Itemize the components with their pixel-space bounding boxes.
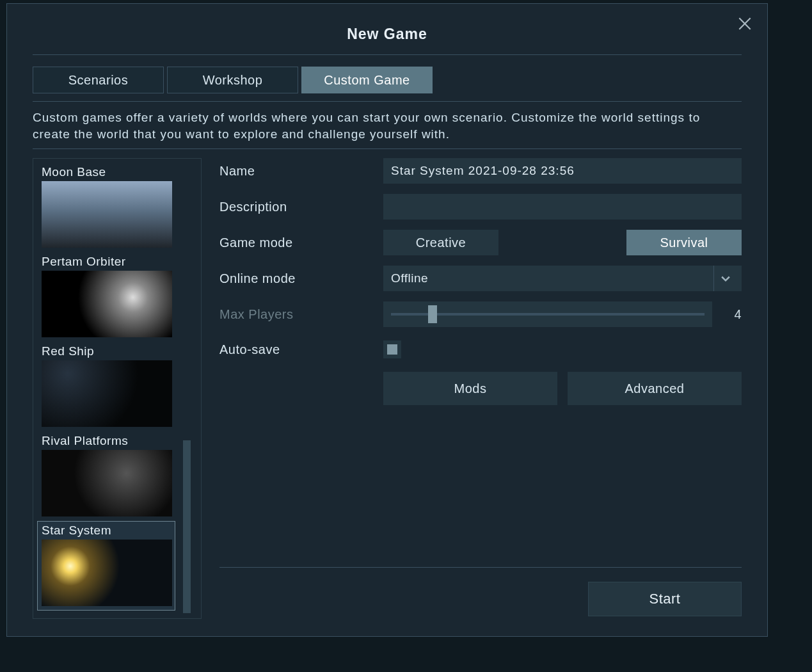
mods-button[interactable]: Mods (383, 372, 557, 405)
advanced-button[interactable]: Advanced (568, 372, 742, 405)
dialog-title: New Game (33, 17, 742, 54)
online-mode-select[interactable]: Offline (383, 266, 742, 291)
world-item-star-system[interactable]: Star System (37, 521, 175, 611)
world-item-thumbnail (42, 360, 172, 427)
divider (33, 101, 742, 102)
world-item-label: Star System (42, 524, 171, 540)
description-input[interactable] (383, 194, 742, 220)
world-list: Moon Base Pertam Orbiter Red Ship Rival … (33, 158, 202, 619)
world-item-rival-platforms[interactable]: Rival Platforms (37, 431, 175, 521)
close-button[interactable] (736, 15, 753, 32)
scrollbar[interactable] (179, 159, 195, 618)
world-item-thumbnail (42, 450, 172, 516)
world-item-pertam-orbiter[interactable]: Pertam Orbiter (37, 252, 175, 342)
auto-save-checkbox[interactable] (383, 340, 401, 358)
name-input[interactable] (383, 158, 742, 184)
auto-save-label: Auto-save (219, 342, 383, 357)
content-area: Moon Base Pertam Orbiter Red Ship Rival … (33, 158, 742, 619)
start-button[interactable]: Start (588, 582, 742, 616)
close-icon (736, 15, 753, 32)
online-mode-label: Online mode (219, 271, 383, 286)
tabs: Scenarios Workshop Custom Game (33, 67, 742, 93)
world-item-red-ship[interactable]: Red Ship (37, 342, 175, 431)
divider (33, 148, 742, 149)
world-item-label: Moon Base (42, 165, 171, 181)
max-players-label: Max Players (219, 307, 383, 322)
divider (219, 567, 742, 568)
world-item-thumbnail (42, 181, 172, 248)
survival-button[interactable]: Survival (626, 230, 742, 255)
game-mode-label: Game mode (219, 236, 383, 250)
divider (33, 54, 742, 55)
world-list-viewport: Moon Base Pertam Orbiter Red Ship Rival … (33, 159, 179, 618)
settings-form: Name Description Game mode Creative Surv… (219, 158, 742, 619)
slider-track (391, 313, 705, 316)
scrollbar-thumb[interactable] (183, 440, 191, 613)
description-label: Description (219, 200, 383, 214)
chevron-down-icon (713, 266, 736, 291)
world-item-label: Red Ship (42, 344, 171, 360)
max-players-slider[interactable] (383, 301, 712, 327)
world-item-moon-base[interactable]: Moon Base (37, 163, 175, 252)
world-item-label: Rival Platforms (42, 434, 171, 450)
slider-knob[interactable] (428, 305, 437, 323)
world-item-label: Pertam Orbiter (42, 255, 171, 271)
tab-custom-game[interactable]: Custom Game (301, 67, 433, 93)
world-item-thumbnail (42, 540, 172, 606)
tab-description: Custom games offer a variety of worlds w… (33, 109, 742, 142)
world-item-thumbnail (42, 271, 172, 337)
max-players-value: 4 (719, 307, 742, 322)
tab-workshop[interactable]: Workshop (167, 67, 298, 93)
tab-scenarios[interactable]: Scenarios (33, 67, 164, 93)
online-mode-value: Offline (391, 271, 428, 285)
checkmark-icon (387, 344, 397, 355)
name-label: Name (219, 164, 383, 179)
creative-button[interactable]: Creative (383, 230, 498, 255)
new-game-dialog: New Game Scenarios Workshop Custom Game … (6, 3, 768, 637)
